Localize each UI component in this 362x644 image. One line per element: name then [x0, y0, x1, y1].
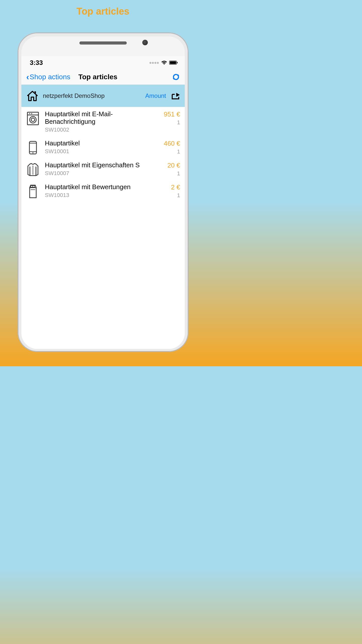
item-qty: 1 — [177, 148, 180, 155]
item-price: 951 € — [164, 110, 180, 118]
svg-point-12 — [32, 152, 33, 153]
svg-point-6 — [31, 113, 32, 114]
svg-rect-17 — [31, 186, 33, 187]
washer-icon — [26, 111, 40, 126]
status-icons: ●●●● — [149, 60, 178, 65]
item-qty: 1 — [177, 119, 180, 126]
item-qty: 1 — [177, 192, 180, 199]
phone-speaker — [79, 42, 127, 45]
item-sku: SW10007 — [45, 170, 164, 177]
svg-rect-2 — [177, 62, 178, 63]
list-item[interactable]: Hauptartikel mit Bewertungen SW10013 2 €… — [21, 180, 185, 202]
status-time: 3:33 — [30, 59, 43, 67]
item-sku: SW10002 — [45, 127, 161, 133]
back-label: Shop actions — [30, 73, 70, 81]
item-price: 460 € — [164, 140, 180, 147]
share-button[interactable] — [171, 92, 180, 100]
item-qty: 1 — [177, 170, 180, 177]
item-title: Hauptartikel mit E-Mail-Benachrichtigung — [45, 110, 161, 126]
svg-rect-18 — [33, 186, 35, 187]
amount-sort-button[interactable]: Amount — [145, 92, 166, 99]
phone-camera — [142, 40, 148, 45]
item-title: Hauptartikel mit Bewertungen — [45, 183, 168, 191]
status-bar: 3:33 ●●●● — [21, 56, 185, 69]
nav-bar: ‹ Shop actions Top articles — [21, 69, 185, 85]
back-button[interactable]: ‹ Shop actions — [26, 72, 70, 82]
wifi-icon — [161, 60, 167, 65]
svg-rect-16 — [30, 188, 36, 198]
home-icon — [26, 90, 39, 102]
signal-dots-icon: ●●●● — [149, 60, 159, 65]
item-price: 2 € — [171, 183, 180, 191]
article-list: Hauptartikel mit E-Mail-Benachrichtigung… — [21, 107, 185, 349]
svg-point-7 — [30, 116, 36, 123]
svg-point-5 — [29, 113, 30, 114]
subheader: netzperfekt DemoShop Amount — [21, 85, 185, 107]
item-title: Hauptartikel mit Eigenschaften S — [45, 162, 164, 169]
shop-name: netzperfekt DemoShop — [43, 92, 105, 99]
nav-title: Top articles — [78, 73, 117, 81]
chocolate-icon — [26, 184, 40, 198]
item-sku: SW10001 — [45, 148, 161, 155]
svg-point-8 — [31, 118, 35, 122]
svg-rect-1 — [170, 61, 176, 64]
chevron-left-icon: ‹ — [26, 72, 29, 82]
refresh-button[interactable] — [172, 73, 180, 81]
phone-inner: 3:33 ●●●● ‹ Shop actions — [21, 36, 185, 349]
shirt-icon — [26, 163, 40, 177]
item-sku: SW10013 — [45, 192, 168, 198]
battery-icon — [169, 61, 178, 65]
item-price: 20 € — [167, 162, 180, 169]
item-title: Hauptartikel — [45, 140, 161, 147]
list-item[interactable]: Hauptartikel mit Eigenschaften S SW10007… — [21, 158, 185, 180]
phone-icon — [26, 141, 40, 155]
list-item[interactable]: Hauptartikel mit E-Mail-Benachrichtigung… — [21, 107, 185, 136]
phone-frame: 3:33 ●●●● ‹ Shop actions — [18, 32, 189, 352]
list-item[interactable]: Hauptartikel SW10001 460 € 1 — [21, 136, 185, 158]
screen: 3:33 ●●●● ‹ Shop actions — [21, 56, 185, 349]
page-title: Top articles — [76, 6, 129, 17]
